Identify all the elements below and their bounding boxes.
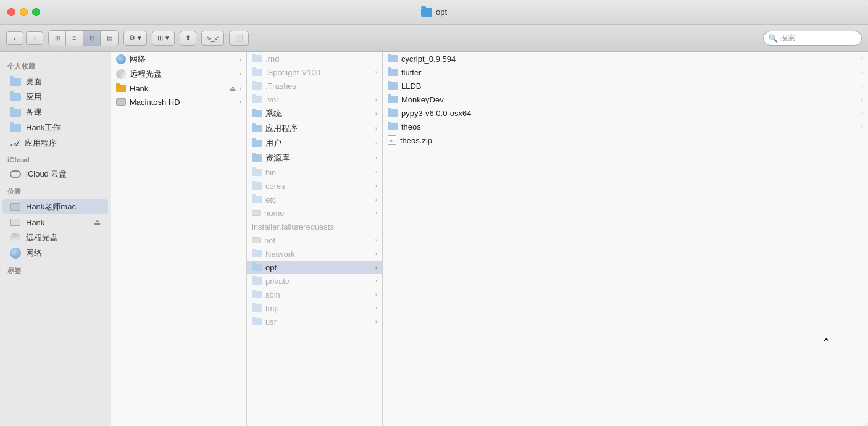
- col3-pypy3-chevron: ›: [861, 110, 863, 116]
- col2-item-net[interactable]: net ›: [247, 233, 382, 247]
- gear-icon: ⚙: [129, 34, 135, 42]
- share-button[interactable]: ⬆: [180, 31, 196, 46]
- col1-hank-chevron: ›: [240, 85, 241, 91]
- col2-item-spotlight[interactable]: .Spotlight-V100 ›: [247, 65, 382, 79]
- col2-item-bin[interactable]: bin ›: [247, 165, 382, 179]
- theos-icon: [388, 123, 398, 130]
- col2-home-label: home: [264, 209, 372, 218]
- col3-item-cycript[interactable]: cycript_0.9.594 ›: [383, 52, 868, 65]
- minimize-button[interactable]: [20, 8, 28, 16]
- sidebar-item-network[interactable]: 网络: [2, 246, 108, 261]
- forward-button[interactable]: ›: [26, 31, 43, 45]
- hank-eject-col: ⏏: [230, 85, 236, 93]
- list-view-button[interactable]: ≡: [66, 31, 83, 46]
- col2-private-label: private: [265, 277, 372, 286]
- terminal-icon: >_<: [207, 35, 219, 42]
- hank-eject-icon[interactable]: ⏏: [94, 218, 101, 227]
- group-button[interactable]: ⊞ ▾: [152, 31, 175, 46]
- col1-item-dvd[interactable]: 远程光盘 ›: [111, 67, 246, 81]
- close-button[interactable]: [7, 8, 15, 16]
- col2-item-vol[interactable]: .vol ›: [247, 93, 382, 106]
- col2-item-system[interactable]: 系统 ›: [247, 106, 382, 121]
- finder-window: opt ‹ › ⊞ ≡ ⊟ ▤ ⚙ ▾ ⊞ ▾ ⬆ >_< ⬜: [0, 0, 868, 426]
- col1-hank-label: Hank: [130, 84, 226, 93]
- col2-item-etc[interactable]: etc ›: [247, 193, 382, 206]
- column-2: .rnd .Spotlight-V100 › .Trashes .vol ›: [247, 52, 383, 426]
- col2-item-cores[interactable]: cores ›: [247, 179, 382, 193]
- lldb-icon: [388, 82, 398, 90]
- sidebar-item-icloud[interactable]: iCloud 云盘: [2, 167, 108, 182]
- col2-item-apps[interactable]: 应用程序 ›: [247, 121, 382, 136]
- rnd-icon: [252, 55, 262, 62]
- path-button[interactable]: ⬜: [229, 31, 249, 46]
- col3-item-flutter[interactable]: flutter ›: [383, 65, 868, 79]
- col2-opt-label: opt: [265, 263, 372, 272]
- sidebar-item-desktop[interactable]: 桌面: [2, 74, 108, 89]
- icloud-icon: [10, 169, 21, 180]
- col3-theos-chevron: ›: [861, 123, 863, 130]
- sidebar-item-prep[interactable]: 备课: [2, 105, 108, 120]
- sidebar-item-apps[interactable]: 应用: [2, 90, 108, 104]
- sidebar-item-appref[interactable]: 𝒜 应用程序: [2, 136, 108, 151]
- sidebar-section-tags: 标签: [0, 261, 111, 278]
- sidebar-label-icloud: iCloud 云盘: [26, 169, 67, 180]
- pypy3-icon: [388, 109, 398, 117]
- col2-library-chevron: ›: [375, 155, 377, 161]
- col2-item-network[interactable]: Network ›: [247, 247, 382, 261]
- col2-bin-chevron: ›: [375, 169, 377, 175]
- net-icon: [252, 237, 261, 243]
- sidebar-item-work[interactable]: Hank工作: [2, 120, 108, 135]
- share-icon: ⬆: [185, 34, 191, 42]
- col2-item-usr[interactable]: usr ›: [247, 315, 382, 328]
- etc-icon: [252, 196, 262, 203]
- col2-item-library[interactable]: 资源库 ›: [247, 151, 382, 165]
- col2-item-rnd[interactable]: .rnd: [247, 52, 382, 65]
- sidebar-item-remote-dvd[interactable]: 远程光盘: [2, 230, 108, 245]
- gallery-view-button[interactable]: ▤: [101, 31, 118, 46]
- network-icon: [10, 248, 21, 259]
- hank-folder-icon: [116, 85, 126, 92]
- col2-item-installer[interactable]: installer.failurerequests: [247, 220, 382, 233]
- col2-tmp-chevron: ›: [375, 305, 377, 311]
- col2-item-users[interactable]: 用户 ›: [247, 136, 382, 151]
- col2-spotlight-label: .Spotlight-V100: [265, 68, 372, 77]
- col2-net-chevron: ›: [375, 237, 377, 243]
- col1-item-macos[interactable]: Macintosh HD ›: [111, 95, 246, 109]
- col1-item-hank[interactable]: Hank ⏏ ›: [111, 81, 246, 95]
- back-button[interactable]: ‹: [6, 31, 23, 45]
- col1-item-network[interactable]: 网络 ›: [111, 52, 246, 67]
- col2-etc-chevron: ›: [375, 196, 377, 203]
- col2-spotlight-chevron: ›: [375, 69, 377, 75]
- flutter-icon: [388, 69, 398, 76]
- col3-item-pypy3[interactable]: pypy3-v6.0.0-osx64 ›: [383, 106, 868, 120]
- col3-item-theos-zip[interactable]: zip theos.zip: [383, 133, 868, 147]
- col1-macos-label: Macintosh HD: [130, 98, 236, 107]
- sidebar-item-hank-mac[interactable]: Hank老师mac: [2, 199, 108, 214]
- col2-item-private[interactable]: private ›: [247, 274, 382, 288]
- col2-item-home[interactable]: home ›: [247, 206, 382, 220]
- maximize-button[interactable]: [32, 8, 40, 16]
- col3-pypy3-label: pypy3-v6.0.0-osx64: [401, 109, 858, 118]
- search-box[interactable]: 🔍 搜索: [763, 31, 862, 46]
- cycript-icon: [388, 55, 398, 62]
- library-icon: [252, 154, 262, 162]
- path-icon: ⬜: [235, 34, 243, 42]
- col3-item-theos[interactable]: theos ›: [383, 120, 868, 133]
- hd-col-icon: [116, 98, 126, 106]
- sidebar-label-prep: 备课: [26, 107, 42, 118]
- action-button[interactable]: ⚙ ▾: [123, 31, 147, 46]
- column-view-button[interactable]: ⊟: [83, 31, 101, 46]
- col2-item-opt[interactable]: opt ›: [247, 261, 382, 274]
- col2-item-trashes[interactable]: .Trashes: [247, 79, 382, 93]
- sidebar-item-hank-disk[interactable]: Hank ⏏: [2, 215, 108, 230]
- col3-item-monkeydev[interactable]: MonkeyDev ›: [383, 93, 868, 106]
- desktop-icon: [10, 76, 21, 87]
- icon-view-button[interactable]: ⊞: [49, 31, 66, 46]
- terminal-button[interactable]: >_<: [201, 31, 224, 46]
- column-3: cycript_0.9.594 › flutter › LLDB › Monke…: [383, 52, 868, 426]
- col3-theoszip-label: theos.zip: [400, 136, 863, 145]
- col2-item-sbin[interactable]: sbin ›: [247, 288, 382, 301]
- view-mode-buttons: ⊞ ≡ ⊟ ▤: [48, 30, 119, 46]
- col3-item-lldb[interactable]: LLDB ›: [383, 79, 868, 93]
- col2-item-tmp[interactable]: tmp ›: [247, 301, 382, 315]
